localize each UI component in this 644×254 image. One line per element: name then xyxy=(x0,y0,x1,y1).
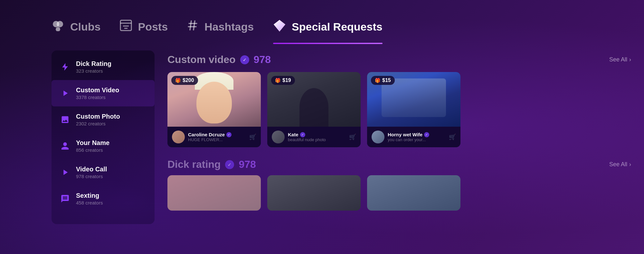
sidebar-item-your-name[interactable]: Your Name 856 creators xyxy=(52,133,155,159)
tab-posts[interactable]: Posts xyxy=(120,13,187,41)
creator-card-0: 🎁 $200 Caroline Dcruze ✓ HUGE FLOWER... … xyxy=(167,72,261,147)
cart-icon-2[interactable]: 🛒 xyxy=(449,133,456,141)
sidebar: Dick Rating 323 creators Custom Video 33… xyxy=(52,50,155,224)
sidebar-item-dick-rating[interactable]: Dick Rating 323 creators xyxy=(52,54,155,80)
sidebar-item-your-name-count: 856 creators xyxy=(76,147,109,153)
photo-icon xyxy=(59,114,71,125)
play-icon xyxy=(59,87,71,99)
svg-point-1 xyxy=(57,21,63,27)
hashtags-icon xyxy=(187,20,199,34)
cart-icon-1[interactable]: 🛒 xyxy=(349,133,356,141)
sidebar-item-sexting[interactable]: Sexting 458 creators xyxy=(52,186,155,212)
verify-badge-sm-2: ✓ xyxy=(424,132,429,137)
sidebar-item-video-call-name: Video Call xyxy=(76,166,107,173)
creator-desc-2: you can order your... xyxy=(388,137,446,142)
dick-rating-verify-badge: ✓ xyxy=(225,160,234,169)
creator-desc-1: beautiful nude photo xyxy=(288,137,346,142)
partial-card-0 xyxy=(167,175,261,211)
price-badge-0: 🎁 $200 xyxy=(171,76,198,85)
sidebar-item-custom-video-name: Custom Video xyxy=(76,86,119,94)
card-image-0: 🎁 $200 xyxy=(167,72,261,127)
tab-clubs[interactable]: Clubs xyxy=(52,13,120,41)
card-image-1: 🎁 $19 xyxy=(267,72,361,127)
video-call-icon xyxy=(59,167,71,178)
custom-video-section-header: Custom video ✓ 978 See All › xyxy=(167,50,631,66)
sidebar-item-custom-video-count: 3378 creators xyxy=(76,95,119,100)
dick-rating-see-all[interactable]: See All › xyxy=(609,161,631,168)
creator-desc-0: HUGE FLOWER... xyxy=(188,137,246,142)
custom-video-title: Custom video xyxy=(167,54,236,66)
svg-line-7 xyxy=(190,21,191,30)
avatar-1 xyxy=(272,131,285,143)
creator-name-1: Kate xyxy=(288,132,298,137)
nav-tabs: Clubs Posts Hashtags xyxy=(0,0,644,50)
tab-posts-label: Posts xyxy=(138,21,168,33)
card-footer-1: Kate ✓ beautiful nude photo 🛒 xyxy=(267,127,361,147)
sidebar-item-your-name-name: Your Name xyxy=(76,139,109,147)
partial-card-1 xyxy=(267,175,361,211)
right-content: Custom video ✓ 978 See All › 🎁 $200 xyxy=(155,50,644,254)
chat-icon xyxy=(59,193,71,204)
sidebar-item-video-call-count: 978 creators xyxy=(76,174,107,179)
partial-card-2 xyxy=(367,175,460,211)
user-icon xyxy=(59,140,71,152)
custom-video-see-all[interactable]: See All › xyxy=(609,56,631,63)
creator-card-2: 🎁 $15 Horny wet Wife ✓ you can order you… xyxy=(367,72,460,147)
posts-icon xyxy=(120,20,132,34)
card-footer-2: Horny wet Wife ✓ you can order your... 🛒 xyxy=(367,127,460,147)
dick-rating-title: Dick rating xyxy=(167,159,221,170)
svg-line-8 xyxy=(194,21,195,30)
dick-rating-section-header: Dick rating ✓ 978 See All › xyxy=(167,157,631,170)
verify-badge-sm-1: ✓ xyxy=(300,132,305,137)
verify-badge-sm-0: ✓ xyxy=(226,132,232,137)
custom-video-count: 978 xyxy=(254,54,271,66)
tab-special-requests-label: Special Requests xyxy=(292,21,383,33)
sidebar-item-custom-photo[interactable]: Custom Photo 2302 creators xyxy=(52,106,155,133)
sidebar-item-video-call[interactable]: Video Call 978 creators xyxy=(52,159,155,186)
tab-clubs-label: Clubs xyxy=(70,21,100,33)
dick-rating-count: 978 xyxy=(239,159,256,170)
price-badge-1: 🎁 $19 xyxy=(271,76,295,85)
dick-rating-cards xyxy=(167,175,631,211)
sidebar-item-custom-photo-count: 2302 creators xyxy=(76,121,120,126)
price-badge-2: 🎁 $15 xyxy=(371,76,395,85)
avatar-2 xyxy=(372,131,384,143)
tab-special-requests[interactable]: Special Requests xyxy=(273,13,402,41)
tab-hashtags[interactable]: Hashtags xyxy=(187,13,273,41)
gift-icon-1: 🎁 xyxy=(275,78,280,83)
creator-name-0: Caroline Dcruze xyxy=(188,132,225,137)
sidebar-item-sexting-name: Sexting xyxy=(76,192,103,199)
avatar-0 xyxy=(172,131,185,143)
custom-video-cards: 🎁 $200 Caroline Dcruze ✓ HUGE FLOWER... … xyxy=(167,72,631,147)
diamond-icon xyxy=(273,19,286,34)
sidebar-item-custom-video[interactable]: Custom Video 3378 creators xyxy=(52,80,155,106)
main-content: Dick Rating 323 creators Custom Video 33… xyxy=(0,50,644,254)
sidebar-item-sexting-count: 458 creators xyxy=(76,200,103,205)
custom-video-verify-badge: ✓ xyxy=(240,55,249,64)
tab-hashtags-label: Hashtags xyxy=(204,21,254,33)
svg-point-2 xyxy=(56,27,60,31)
sidebar-item-dick-rating-count: 323 creators xyxy=(76,68,111,74)
card-footer-0: Caroline Dcruze ✓ HUGE FLOWER... 🛒 xyxy=(167,127,261,147)
lightning-icon xyxy=(59,61,71,73)
svg-rect-3 xyxy=(120,20,131,31)
cart-icon-0[interactable]: 🛒 xyxy=(249,133,256,141)
gift-icon-2: 🎁 xyxy=(375,78,380,83)
sidebar-item-custom-photo-name: Custom Photo xyxy=(76,113,120,120)
creator-card-1: 🎁 $19 Kate ✓ beautiful nude photo 🛒 xyxy=(267,72,361,147)
card-image-2: 🎁 $15 xyxy=(367,72,460,127)
sidebar-item-dick-rating-name: Dick Rating xyxy=(76,60,111,68)
clubs-icon xyxy=(52,20,64,34)
creator-name-2: Horny wet Wife xyxy=(388,132,422,137)
gift-icon-0: 🎁 xyxy=(175,78,181,83)
